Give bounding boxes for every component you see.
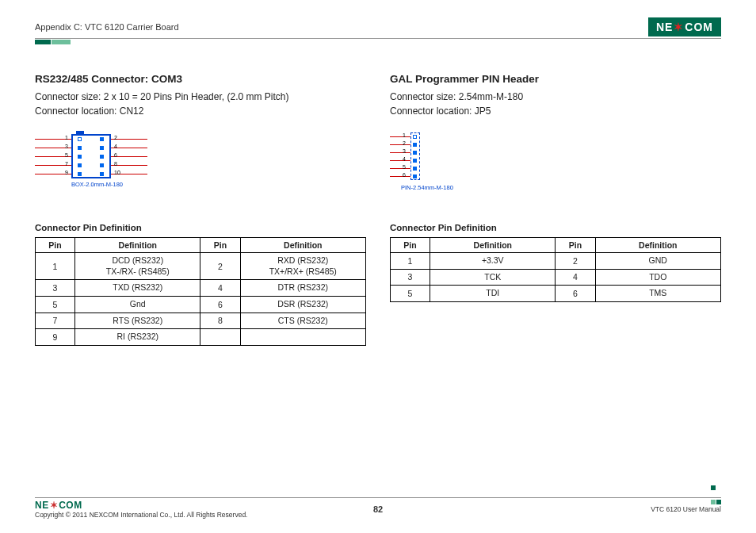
th-def: Definition xyxy=(75,238,200,253)
cell-def: TDI xyxy=(430,286,556,302)
th-def2: Definition xyxy=(240,238,365,253)
com3-pin-4: 4 xyxy=(114,144,117,149)
jp5-size: Connector size: 2.54mm-M-180 xyxy=(390,90,721,104)
com3-table-title: Connector Pin Definition xyxy=(35,223,366,232)
jp5-pin-3: 3 xyxy=(403,148,406,154)
th-pin: Pin xyxy=(36,238,75,253)
th-pin2: Pin xyxy=(556,238,595,253)
com3-diagram: 1 3 5 7 9 2 4 6 8 10 BOX-2.0mm-M-180 xyxy=(35,132,170,188)
header-divider xyxy=(35,38,721,39)
accent-bars xyxy=(35,40,721,44)
jp5-table-title: Connector Pin Definition xyxy=(390,223,721,232)
com3-pin-8: 8 xyxy=(114,161,117,167)
jp5-diagram: 1 2 3 4 5 6 PIN-2.54mm-M-180 xyxy=(390,132,485,196)
logo-swoosh-icon: ✶ xyxy=(674,21,684,33)
cell-def: TCK xyxy=(430,269,556,286)
table-row: 1DCD (RS232)TX-/RX- (RS485)2RXD (RS232)T… xyxy=(36,253,366,280)
cell-def: DTR (RS232) xyxy=(240,280,365,297)
jp5-title: GAL Programmer PIN Header xyxy=(390,73,721,85)
cell-pin: 4 xyxy=(200,280,240,297)
cell-pin: 7 xyxy=(36,313,75,329)
cell-def: DCD (RS232)TX-/RX- (RS485) xyxy=(75,253,200,280)
jp5-pin-5: 5 xyxy=(403,164,406,170)
jp5-pin-1: 1 xyxy=(403,132,406,138)
corner-mark-icon xyxy=(710,479,721,508)
jp5-location: Connector location: JP5 xyxy=(390,104,721,118)
jp5-table: Pin Definition Pin Definition 1+3.3V2GND… xyxy=(390,237,721,302)
com3-title: RS232/485 Connector: COM3 xyxy=(35,73,366,85)
jp5-pin-2: 2 xyxy=(403,140,406,146)
cell-def: RI (RS232) xyxy=(75,329,200,346)
com3-pin-6: 6 xyxy=(114,152,117,158)
footer-divider xyxy=(35,497,721,498)
cell-pin: 8 xyxy=(200,313,240,329)
com3-pin-1: 1 xyxy=(65,135,68,140)
table-row: 9RI (RS232) xyxy=(36,329,366,346)
com3-pin-7: 7 xyxy=(65,161,68,167)
table-row: 5TDI6TMS xyxy=(391,286,721,302)
cell-def: TMS xyxy=(595,286,720,302)
table-row: 3TXD (RS232)4DTR (RS232) xyxy=(36,280,366,297)
jp5-pin-6: 6 xyxy=(403,172,406,178)
com3-pin-2: 2 xyxy=(114,135,117,140)
cell-pin: 6 xyxy=(556,286,595,302)
cell-def: CTS (RS232) xyxy=(240,313,365,329)
table-row: 5Gnd6DSR (RS232) xyxy=(36,296,366,313)
cell-def: RTS (RS232) xyxy=(75,313,200,329)
cell-def: TDO xyxy=(595,269,720,286)
table-row: 3TCK4TDO xyxy=(391,269,721,286)
cell-pin: 4 xyxy=(556,269,595,286)
cell-pin: 1 xyxy=(391,253,430,270)
jp5-pin-4: 4 xyxy=(403,156,406,162)
cell-pin: 5 xyxy=(36,296,75,313)
cell-pin xyxy=(200,329,240,346)
cell-def xyxy=(240,329,365,346)
cell-pin: 6 xyxy=(200,296,240,313)
cell-pin: 2 xyxy=(556,253,595,270)
table-row: 1+3.3V2GND xyxy=(391,253,721,270)
com3-table: Pin Definition Pin Definition 1DCD (RS23… xyxy=(35,237,366,346)
cell-def: RXD (RS232)TX+/RX+ (RS485) xyxy=(240,253,365,280)
th-pin2: Pin xyxy=(200,238,240,253)
cell-pin: 2 xyxy=(200,253,240,280)
th-def2: Definition xyxy=(595,238,720,253)
copyright: Copyright © 2011 NEXCOM International Co… xyxy=(35,511,247,519)
com3-pin-10: 10 xyxy=(114,170,120,175)
com3-pin-9: 9 xyxy=(65,170,68,175)
table-row: 7RTS (RS232)8CTS (RS232) xyxy=(36,313,366,329)
cell-def: +3.3V xyxy=(430,253,556,270)
logo-bottom: NE✶COM xyxy=(35,500,247,511)
page-number: 82 xyxy=(373,504,383,514)
appendix-label: Appendix C: VTC 6120 Carrier Board xyxy=(35,22,179,32)
com3-size: Connector size: 2 x 10 = 20 Pins Pin Hea… xyxy=(35,90,366,104)
cell-def: DSR (RS232) xyxy=(240,296,365,313)
cell-def: GND xyxy=(595,253,720,270)
cell-def: TXD (RS232) xyxy=(75,280,200,297)
logo-post: COM xyxy=(685,21,713,33)
com3-diagram-label: BOX-2.0mm-M-180 xyxy=(71,181,123,188)
cell-def: Gnd xyxy=(75,296,200,313)
logo-top: NE✶COM xyxy=(648,17,721,36)
com3-location: Connector location: CN12 xyxy=(35,104,366,118)
jp5-diagram-label: PIN-2.54mm-M-180 xyxy=(401,184,453,191)
cell-pin: 1 xyxy=(36,253,75,280)
com3-pin-3: 3 xyxy=(65,144,68,149)
cell-pin: 3 xyxy=(391,269,430,286)
cell-pin: 5 xyxy=(391,286,430,302)
com3-pin-5: 5 xyxy=(65,152,68,158)
th-pin: Pin xyxy=(391,238,430,253)
logo-swoosh-icon: ✶ xyxy=(50,500,59,511)
th-def: Definition xyxy=(430,238,556,253)
cell-pin: 3 xyxy=(36,280,75,297)
logo-pre: NE xyxy=(656,21,673,33)
cell-pin: 9 xyxy=(36,329,75,346)
